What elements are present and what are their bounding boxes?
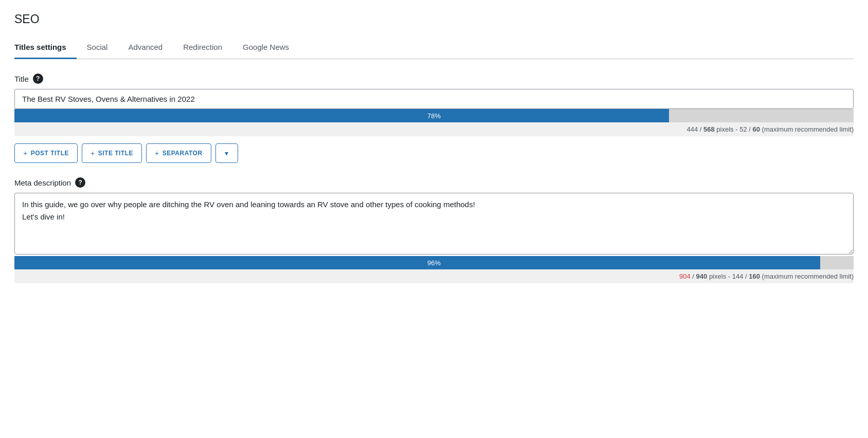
title-pixel-info: 444 / 568 pixels - 52 / 60 (maximum reco… [14, 122, 854, 136]
meta-label-text: Meta description [14, 178, 71, 187]
title-field-label: Title ? [14, 74, 854, 84]
post-title-label: POST TITLE [31, 150, 69, 157]
chevron-down-icon: ▾ [225, 149, 228, 157]
meta-pixel-info: 904 / 940 pixels - 144 / 160 (maximum re… [14, 269, 854, 283]
title-input[interactable] [14, 89, 854, 109]
tab-redirection[interactable]: Redirection [173, 36, 232, 59]
title-char-max: 60 [752, 125, 760, 133]
meta-progress-bar-fill [14, 256, 820, 269]
meta-textarea[interactable]: In this guide, we go over why people are… [14, 193, 854, 254]
title-label-text: Title [14, 75, 29, 83]
title-pixel-max: 568 [703, 125, 715, 133]
tabs-navigation: Titles settings Social Advanced Redirect… [14, 36, 854, 59]
meta-pixel-separator1: / [692, 272, 696, 280]
site-title-plus-icon: + [91, 149, 95, 157]
meta-pixel-current: 904 [679, 272, 691, 280]
meta-section: Meta description ? In this guide, we go … [14, 177, 854, 283]
title-progress-section: 78% 444 / 568 pixels - 52 / 60 (maximum … [14, 109, 854, 136]
separator-button[interactable]: + SEPARATOR [146, 143, 211, 163]
title-pixel-separator1: / [700, 125, 703, 133]
meta-char-max: 160 [749, 272, 760, 280]
title-progress-bar-container: 78% [14, 109, 854, 122]
title-button-row: + POST TITLE + SITE TITLE + SEPARATOR ▾ [14, 143, 854, 163]
post-title-button[interactable]: + POST TITLE [14, 143, 78, 163]
site-title-label: SITE TITLE [98, 150, 133, 157]
title-char-current: 52 [739, 125, 747, 133]
title-help-icon[interactable]: ? [33, 74, 43, 84]
tab-advanced[interactable]: Advanced [118, 36, 173, 59]
separator-plus-icon: + [155, 149, 159, 157]
tab-titles-settings[interactable]: Titles settings [14, 36, 77, 59]
post-title-plus-icon: + [23, 149, 28, 157]
meta-progress-section: 96% 904 / 940 pixels - 144 / 160 (maximu… [14, 256, 854, 283]
title-pixel-unit: pixels - [716, 125, 739, 133]
tab-google-news[interactable]: Google News [232, 36, 299, 59]
separator-label: SEPARATOR [162, 150, 203, 157]
title-pixel-current: 444 [686, 125, 698, 133]
title-section: Title ? 78% 444 / 568 pixels - 52 / 60 (… [14, 74, 854, 163]
meta-pixel-max: 940 [696, 272, 708, 280]
title-pixel-suffix-text: (maximum recommended limit) [762, 125, 854, 133]
more-dropdown-button[interactable]: ▾ [215, 143, 238, 163]
page-title: SEO [14, 12, 854, 26]
meta-field-label: Meta description ? [14, 177, 854, 188]
title-progress-bar-fill [14, 109, 669, 122]
meta-pixel-suffix-text: (maximum recommended limit) [762, 272, 854, 280]
tab-social[interactable]: Social [77, 36, 118, 59]
meta-progress-bar-container: 96% [14, 256, 854, 269]
meta-pixel-unit: pixels - [709, 272, 732, 280]
site-title-button[interactable]: + SITE TITLE [82, 143, 142, 163]
meta-char-current: 144 [732, 272, 744, 280]
meta-help-icon[interactable]: ? [75, 177, 85, 188]
